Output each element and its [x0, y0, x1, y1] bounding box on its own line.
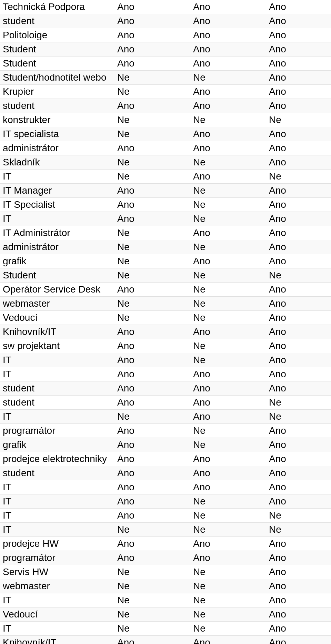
row-col3: Ne	[269, 510, 331, 521]
row-col1: Ne	[117, 609, 193, 620]
table-row: programátorAnoAnoAno	[0, 551, 331, 565]
row-col2: Ne	[193, 496, 269, 507]
table-row: Knihovník/ITAnoAnoAno	[0, 325, 331, 339]
row-col1: Ano	[117, 100, 193, 111]
row-col3: Ano	[269, 129, 331, 140]
row-col1: Ano	[117, 16, 193, 27]
row-col1: Ano	[117, 185, 193, 196]
row-name: Vedoucí	[0, 312, 117, 323]
row-name: administrátor	[0, 242, 117, 253]
row-col2: Ne	[193, 510, 269, 521]
row-name: Vedoucí	[0, 609, 117, 620]
table-row: PolitoloigeAnoAnoAno	[0, 28, 331, 42]
row-col2: Ano	[193, 468, 269, 479]
row-col1: Ne	[117, 581, 193, 592]
row-name: Student/hodnotitel webo	[0, 72, 117, 83]
row-name: IT Manager	[0, 185, 117, 196]
row-col3: Ano	[269, 44, 331, 55]
row-col3: Ano	[269, 637, 331, 644]
table-row: Student/hodnotitel weboNeNeAno	[0, 71, 331, 85]
row-name: webmaster	[0, 581, 117, 592]
table-row: prodejce elektrotechnikyAnoAnoAno	[0, 452, 331, 466]
row-col3: Ano	[269, 100, 331, 111]
row-name: webmaster	[0, 298, 117, 309]
row-name: IT	[0, 171, 117, 182]
row-col2: Ne	[193, 340, 269, 351]
row-col3: Ne	[269, 171, 331, 182]
row-name: prodejce elektrotechniky	[0, 453, 117, 464]
row-col1: Ano	[117, 637, 193, 644]
row-name: Skladník	[0, 157, 117, 168]
row-col2: Ano	[193, 369, 269, 380]
row-col3: Ano	[269, 284, 331, 295]
table-row: IT ManagerAnoNeAno	[0, 184, 331, 198]
row-col3: Ano	[269, 383, 331, 394]
row-col3: Ano	[269, 199, 331, 210]
row-col2: Ne	[193, 213, 269, 224]
row-name: grafik	[0, 439, 117, 450]
table-row: ITAnoNeNe	[0, 509, 331, 523]
row-name: Politoloige	[0, 30, 117, 41]
row-name: IT	[0, 369, 117, 380]
row-name: student	[0, 16, 117, 27]
table-row: StudentAnoAnoAno	[0, 57, 331, 71]
table-row: ITAnoNeAno	[0, 494, 331, 509]
row-col3: Ano	[269, 453, 331, 464]
row-name: Knihovník/IT	[0, 637, 117, 644]
row-col1: Ano	[117, 199, 193, 210]
row-name: student	[0, 397, 117, 408]
row-col1: Ne	[117, 129, 193, 140]
row-name: IT	[0, 524, 117, 535]
row-col2: Ano	[193, 411, 269, 422]
table-row: IT AdministrátorNeAnoAno	[0, 226, 331, 240]
row-name: IT	[0, 496, 117, 507]
table-row: studentAnoAnoAno	[0, 466, 331, 480]
row-col1: Ano	[117, 383, 193, 394]
row-name: student	[0, 468, 117, 479]
row-col2: Ano	[193, 482, 269, 493]
row-col1: Ne	[117, 312, 193, 323]
row-name: Student	[0, 44, 117, 55]
row-col2: Ne	[193, 595, 269, 606]
row-col1: Ne	[117, 270, 193, 281]
row-col3: Ano	[269, 256, 331, 267]
row-col2: Ne	[193, 581, 269, 592]
table-row: Servis HWNeNeAno	[0, 565, 331, 579]
row-col2: Ano	[193, 1, 269, 12]
row-name: grafik	[0, 256, 117, 267]
table-row: ITNeNeAno	[0, 593, 331, 607]
row-name: administrátor	[0, 143, 117, 154]
row-col1: Ne	[117, 86, 193, 97]
table-row: ITAnoNeAno	[0, 212, 331, 226]
row-col2: Ne	[193, 284, 269, 295]
row-name: programátor	[0, 552, 117, 563]
table-row: Operátor Service DeskAnoNeAno	[0, 283, 331, 297]
row-col3: Ano	[269, 86, 331, 97]
row-name: IT	[0, 510, 117, 521]
table-row: grafikAnoNeAno	[0, 438, 331, 452]
table-row: ITNeAnoNe	[0, 170, 331, 184]
row-col1: Ano	[117, 482, 193, 493]
row-col1: Ano	[117, 1, 193, 12]
table-row: administrátorNeNeAno	[0, 240, 331, 254]
row-col3: Ano	[269, 623, 331, 634]
table-row: studentAnoAnoAno	[0, 381, 331, 396]
row-col2: Ano	[193, 637, 269, 644]
table-row: studentAnoAnoAno	[0, 14, 331, 28]
row-name: sw projektant	[0, 340, 117, 351]
table-row: studentAnoAnoNe	[0, 396, 331, 410]
row-col3: Ano	[269, 143, 331, 154]
table-row: ITAnoAnoAno	[0, 367, 331, 381]
row-col2: Ne	[193, 524, 269, 535]
row-name: Technická Podpora	[0, 1, 117, 12]
row-col2: Ano	[193, 538, 269, 549]
table-row: webmasterNeNeAno	[0, 579, 331, 593]
table-row: ITNeNeNe	[0, 523, 331, 537]
row-name: IT	[0, 213, 117, 224]
row-col3: Ano	[269, 609, 331, 620]
row-col3: Ne	[269, 411, 331, 422]
row-col2: Ne	[193, 609, 269, 620]
row-col2: Ne	[193, 355, 269, 366]
row-col1: Ne	[117, 114, 193, 125]
table-row: studentAnoAnoAno	[0, 99, 331, 113]
